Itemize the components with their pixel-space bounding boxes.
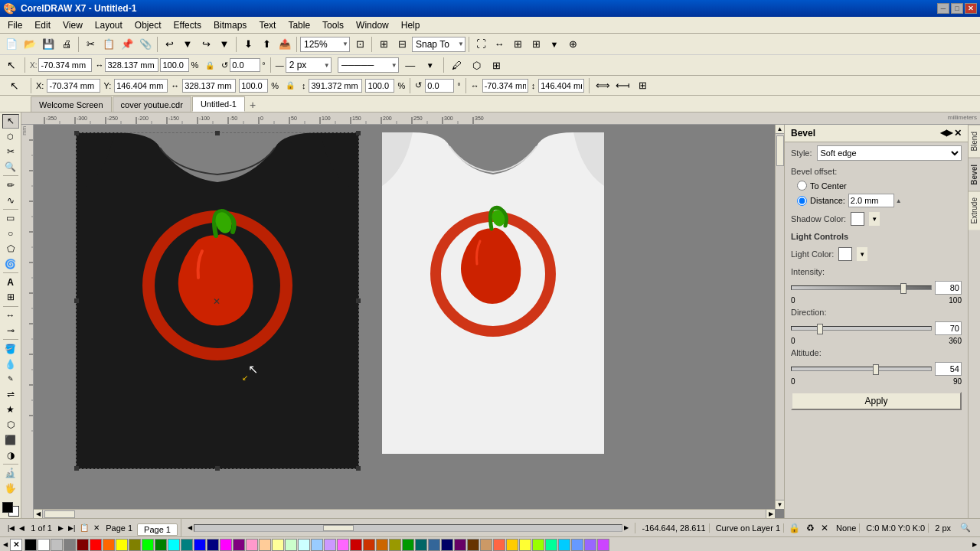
w-coord-input[interactable] (105, 58, 158, 72)
color-navy[interactable] (207, 539, 219, 551)
color-gray[interactable] (64, 539, 76, 551)
scroll-right-btn[interactable]: ▶ (766, 510, 775, 519)
prop-lock-btn[interactable]: 🔒 (282, 77, 299, 94)
options-btn[interactable]: ▼ (546, 36, 563, 53)
color-purple[interactable] (233, 539, 245, 551)
polygon-tool-btn[interactable]: ⬠ (2, 242, 19, 256)
menu-help[interactable]: Help (395, 18, 426, 32)
publish-button[interactable]: 📤 (276, 36, 293, 53)
color-lime[interactable] (142, 539, 154, 551)
behind-fill-btn[interactable]: ⬡ (469, 57, 485, 73)
distance-radio[interactable] (797, 196, 807, 206)
prop-py-input[interactable] (538, 79, 584, 93)
outline-swatch[interactable] (2, 502, 13, 513)
fill-tool-btn[interactable]: 🪣 (2, 341, 19, 356)
menu-object[interactable]: Object (129, 18, 168, 32)
color-blue[interactable] (194, 539, 206, 551)
color-eyedrop-btn[interactable]: 🔬 (2, 466, 19, 481)
close-button[interactable]: ✕ (965, 3, 977, 14)
altitude-thumb[interactable] (873, 364, 879, 375)
prop-mirror-v[interactable]: ⟻ (614, 77, 631, 94)
color-silver[interactable] (51, 539, 63, 551)
grid-btn[interactable]: ⊞ (528, 36, 544, 53)
style-select[interactable]: Soft edge (817, 145, 962, 161)
minimize-button[interactable]: ─ (937, 3, 949, 14)
zoom-input[interactable]: 125% (300, 37, 350, 52)
envelope-tool-btn[interactable]: ⬡ (2, 418, 19, 432)
redo-arrow[interactable]: ▼ (216, 36, 233, 53)
palette-scroll-right[interactable]: ▶ (971, 541, 978, 548)
w-pct-input[interactable] (160, 58, 189, 72)
color-green[interactable] (155, 539, 167, 551)
tab-untitled[interactable]: Untitled-1 (192, 96, 245, 112)
side-tab-blend[interactable]: Blend (969, 125, 980, 158)
prop-h-pct[interactable] (365, 79, 394, 93)
shadow-color-dropdown[interactable]: ▼ (869, 212, 880, 226)
scroll-left-btn[interactable]: ◀ (34, 510, 43, 519)
extrude-tool-btn[interactable]: ⬛ (2, 432, 19, 447)
pan-tool-btn[interactable]: 🖐 (2, 481, 19, 496)
color-coral[interactable] (493, 539, 505, 551)
table-tool-btn[interactable]: ⊞ (2, 290, 19, 305)
menu-file[interactable]: File (2, 18, 28, 32)
intensity-slider[interactable] (791, 285, 932, 290)
prop-w-pct[interactable] (239, 79, 268, 93)
menu-bitmaps[interactable]: Bitmaps (207, 18, 253, 32)
last-page-btn[interactable]: ▶| (67, 524, 77, 532)
align-btn[interactable]: ⊞ (509, 36, 526, 53)
eyedropper-tool-btn[interactable]: 💧 (2, 357, 19, 371)
angle-input[interactable] (230, 58, 260, 72)
menu-table[interactable]: Table (282, 18, 316, 32)
color-aqua[interactable] (168, 539, 180, 551)
palette-scroll-left[interactable]: ◀ (2, 541, 9, 548)
linestyle-input[interactable] (338, 57, 399, 73)
no-fill-swatch[interactable]: ✕ (10, 539, 22, 551)
redo-button[interactable]: ↪ (198, 36, 214, 53)
scroll-down-btn[interactable]: ▼ (776, 500, 785, 509)
h-scroll-track[interactable] (194, 524, 623, 532)
plus-btn[interactable]: ⊕ (564, 36, 581, 53)
outline-tool-btn[interactable]: ✎ (2, 372, 19, 386)
direction-thumb[interactable] (817, 324, 823, 334)
transparency-btn[interactable]: ◑ (2, 448, 19, 462)
color-lightcyan[interactable] (298, 539, 310, 551)
tab-welcome-screen[interactable]: Welcome Screen (31, 96, 112, 112)
linewidth-input[interactable] (286, 57, 332, 73)
color-teal2[interactable] (415, 539, 427, 551)
prop-px-input[interactable] (482, 79, 528, 93)
lock-aspect-btn[interactable]: 🔒 (201, 57, 218, 73)
color-darkorange[interactable] (376, 539, 388, 551)
prop-y-input[interactable] (114, 79, 168, 93)
apply-button[interactable]: Apply (791, 392, 962, 410)
color-white[interactable] (38, 539, 50, 551)
effect-tool-btn[interactable]: ★ (2, 403, 19, 417)
x-coord-input[interactable] (38, 58, 92, 72)
intensity-input[interactable]: 80 (935, 281, 962, 295)
export-button[interactable]: ⬆ (258, 36, 275, 53)
side-tab-bevel[interactable]: Bevel (969, 158, 980, 191)
fit-page-button[interactable]: ⊡ (351, 36, 368, 53)
color-black[interactable] (24, 539, 37, 551)
page-tab[interactable]: Page 1 (137, 523, 178, 536)
color-rust[interactable] (363, 539, 375, 551)
text-tool-btn[interactable]: A (2, 275, 19, 289)
color-orchid[interactable] (597, 539, 609, 551)
color-teal[interactable] (181, 539, 193, 551)
color-crimson[interactable] (350, 539, 362, 551)
undo-button[interactable]: ↩ (161, 36, 178, 53)
color-indigo[interactable] (454, 539, 466, 551)
save-button[interactable]: 💾 (40, 36, 57, 53)
menu-tools[interactable]: Tools (316, 18, 350, 32)
color-chartreuse[interactable] (532, 539, 544, 551)
paste-special-button[interactable]: 📎 (137, 36, 154, 53)
distance-up-btn[interactable]: ▲ (896, 197, 902, 204)
direction-slider[interactable] (791, 326, 932, 331)
prop-x-input[interactable] (47, 79, 100, 93)
color-lightyellow[interactable] (272, 539, 284, 551)
distance-value-input[interactable]: 2.0 mm (848, 194, 894, 207)
menu-window[interactable]: Window (350, 18, 395, 32)
shadow-color-box[interactable] (851, 212, 864, 226)
color-darkblue[interactable] (441, 539, 453, 551)
panel-close-icon[interactable]: ✕ (954, 128, 962, 139)
tab-cover[interactable]: cover youtue.cdr (113, 96, 191, 112)
